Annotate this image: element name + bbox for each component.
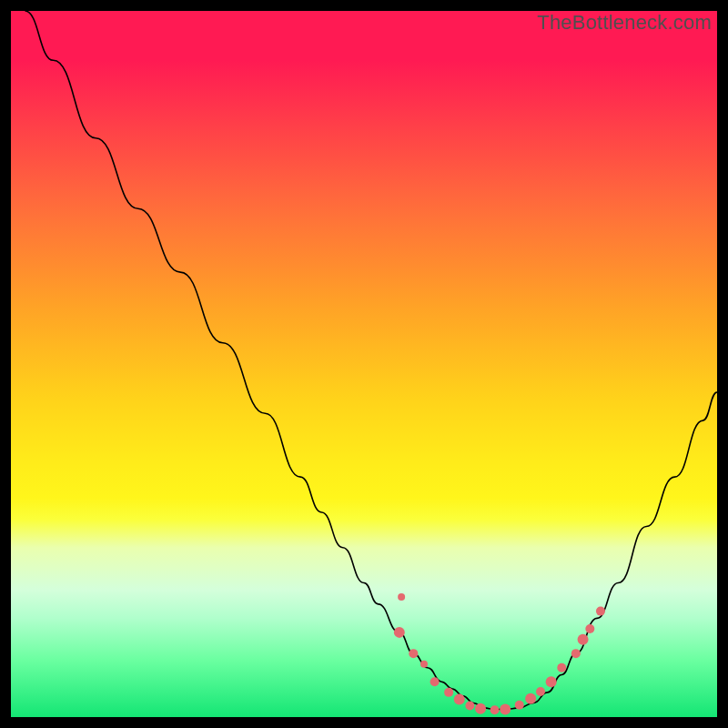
highlight-dot — [394, 627, 405, 638]
highlight-dot — [536, 687, 545, 696]
highlight-dot — [571, 649, 581, 658]
highlight-dot — [430, 677, 440, 686]
highlight-dot — [454, 694, 465, 705]
highlight-dot — [398, 593, 405, 601]
highlight-dot — [490, 705, 500, 714]
highlight-dot — [500, 703, 511, 714]
highlight-dot — [420, 661, 428, 668]
highlight-dot — [444, 688, 453, 697]
highlight-dot — [585, 624, 594, 633]
highlight-dot — [596, 607, 605, 616]
bottleneck-curve — [25, 11, 717, 709]
highlight-dot — [578, 634, 589, 645]
highlight-dot-group — [394, 593, 605, 714]
highlight-dot — [465, 702, 474, 711]
highlight-dot — [546, 676, 557, 687]
plot-area: TheBottleneck.com — [11, 11, 717, 717]
highlight-dot — [557, 663, 566, 672]
highlight-dot — [515, 701, 524, 710]
highlight-dot — [525, 693, 536, 704]
highlight-dot — [475, 703, 486, 714]
chart-svg — [11, 11, 717, 717]
highlight-dot — [409, 649, 418, 658]
